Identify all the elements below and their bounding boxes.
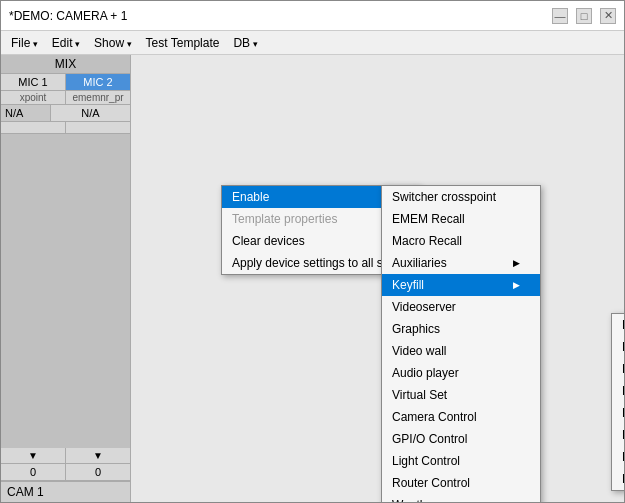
bottom-value-row: 0 0 bbox=[1, 464, 130, 481]
menu-file[interactable]: File bbox=[5, 34, 44, 52]
ctx-video-wall[interactable]: Video wall bbox=[382, 340, 540, 362]
ctx-auxiliaries[interactable]: Auxiliaries ▶ bbox=[382, 252, 540, 274]
bottom-val1: 0 bbox=[1, 464, 66, 480]
gray-area bbox=[1, 134, 130, 448]
ctx-keyfill-6[interactable]: Keyfill 6 bbox=[612, 424, 624, 446]
na-row: N/A N/A bbox=[1, 105, 130, 122]
ctx-keyfill-1[interactable]: Keyfill 1 bbox=[612, 314, 624, 336]
ctx-keyfill-5[interactable]: Keyfill 5 bbox=[612, 402, 624, 424]
minimize-button[interactable]: — bbox=[552, 8, 568, 24]
na-label2: N/A bbox=[51, 105, 130, 121]
ctx-keyfill-8[interactable]: Keyfill 8 bbox=[612, 468, 624, 490]
ctx-videoserver[interactable]: Videoserver bbox=[382, 296, 540, 318]
xpoint-cell1: xpoint bbox=[1, 91, 66, 104]
ctx-router-control[interactable]: Router Control bbox=[382, 472, 540, 494]
window-title: *DEMO: CAMERA + 1 bbox=[9, 9, 127, 23]
arrow-down-1[interactable]: ▼ bbox=[1, 448, 66, 463]
menu-show[interactable]: Show bbox=[88, 34, 138, 52]
mic-row: MIC 1 MIC 2 bbox=[1, 74, 130, 91]
ctx-macro-recall[interactable]: Macro Recall bbox=[382, 230, 540, 252]
ctx-keyfill-3[interactable]: Keyfill 3 bbox=[612, 358, 624, 380]
menu-db[interactable]: DB bbox=[227, 34, 263, 52]
mic2-cell[interactable]: MIC 2 bbox=[66, 74, 130, 90]
close-button[interactable]: ✕ bbox=[600, 8, 616, 24]
arrow-down-2[interactable]: ▼ bbox=[66, 448, 130, 463]
ctx-camera-control[interactable]: Camera Control bbox=[382, 406, 540, 428]
ctx-keyfill[interactable]: Keyfill ▶ bbox=[382, 274, 540, 296]
main-window: *DEMO: CAMERA + 1 — □ ✕ File Edit Show T… bbox=[0, 0, 625, 503]
main-content: MIX MIC 1 MIC 2 xpoint ememnr_pr N/A N/A… bbox=[1, 55, 624, 502]
menu-edit[interactable]: Edit bbox=[46, 34, 86, 52]
ctx-light-control[interactable]: Light Control bbox=[382, 450, 540, 472]
mic1-cell[interactable]: MIC 1 bbox=[1, 74, 66, 90]
ctx-virtual-set[interactable]: Virtual Set bbox=[382, 384, 540, 406]
ctx-keyfill-4[interactable]: Keyfill 4 bbox=[612, 380, 624, 402]
menu-test-template[interactable]: Test Template bbox=[140, 34, 226, 52]
ctx-emem-recall[interactable]: EMEM Recall bbox=[382, 208, 540, 230]
scroll-area bbox=[1, 122, 130, 134]
mix-header: MIX bbox=[1, 55, 130, 74]
cam-label: CAM 1 bbox=[1, 481, 130, 502]
ctx-keyfill-arrow: ▶ bbox=[513, 280, 520, 290]
left-panel: MIX MIC 1 MIC 2 xpoint ememnr_pr N/A N/A… bbox=[1, 55, 131, 502]
bottom-arrow-row: ▼ ▼ bbox=[1, 448, 130, 464]
ctx-gpio-control[interactable]: GPI/O Control bbox=[382, 428, 540, 450]
ctx-audio-player[interactable]: Audio player bbox=[382, 362, 540, 384]
ctx-graphics[interactable]: Graphics bbox=[382, 318, 540, 340]
ctx-auxiliaries-arrow: ▶ bbox=[513, 258, 520, 268]
ctx-keyfill-7[interactable]: Keyfill 7 bbox=[612, 446, 624, 468]
na-label1: N/A bbox=[1, 105, 51, 121]
context-menu-enable: Switcher crosspoint EMEM Recall Macro Re… bbox=[381, 185, 541, 502]
xpoint-cell2: ememnr_pr bbox=[66, 91, 130, 104]
xpoint-row: xpoint ememnr_pr bbox=[1, 91, 130, 105]
menu-bar: File Edit Show Test Template DB bbox=[1, 31, 624, 55]
context-menu-keyfill: Keyfill 1 Keyfill 2 Keyfill 3 Keyfill 4 … bbox=[611, 313, 624, 491]
maximize-button[interactable]: □ bbox=[576, 8, 592, 24]
window-controls: — □ ✕ bbox=[552, 8, 616, 24]
ctx-switcher-crosspoint[interactable]: Switcher crosspoint bbox=[382, 186, 540, 208]
ctx-weather[interactable]: Weather bbox=[382, 494, 540, 502]
title-bar: *DEMO: CAMERA + 1 — □ ✕ bbox=[1, 1, 624, 31]
bottom-val2: 0 bbox=[66, 464, 130, 480]
ctx-keyfill-2[interactable]: Keyfill 2 bbox=[612, 336, 624, 358]
right-panel: Enable ▶ Template properties Clear devic… bbox=[131, 55, 624, 502]
